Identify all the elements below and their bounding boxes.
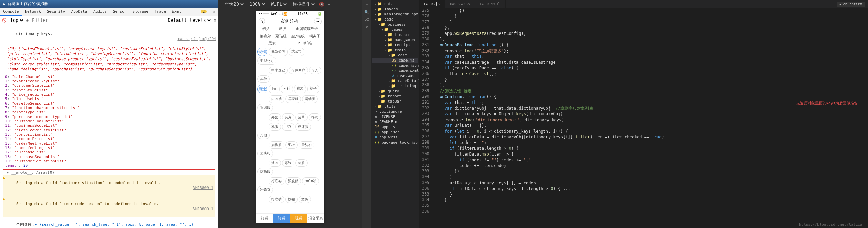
scope-select[interactable]: top <box>9 17 24 23</box>
tree-item-report[interactable]: 📁 report <box>372 94 418 99</box>
tree-item-case.wxml[interactable]: <> case.wxml <box>372 68 418 73</box>
code-line[interactable]: that.getCaseList(); <box>435 71 664 77</box>
category-item[interactable]: 铜离子 <box>309 33 321 39</box>
tree-item-case.wxss[interactable]: # case.wxss <box>372 73 418 78</box>
warn-badge[interactable]: 2 <box>197 8 210 16</box>
tree-item-case[interactable]: 📁 case <box>372 53 418 58</box>
category-item[interactable]: PTT纤维 <box>298 41 312 46</box>
filter-pill[interactable]: 文胸 <box>299 196 311 203</box>
tree-item-query[interactable]: 📁 query <box>372 89 418 94</box>
filter-pill[interactable]: T恤 <box>269 85 280 93</box>
tree-item-case.js[interactable]: JS case.js <box>372 58 418 63</box>
code-line[interactable]: }, <box>435 37 664 42</box>
filter-pill[interactable]: 夹克 <box>282 113 294 121</box>
category-item[interactable]: 棉类 <box>262 26 270 31</box>
code-line[interactable]: for (let i = 0; i < dictionary_keys.leng… <box>435 129 664 134</box>
code-line[interactable]: console.log("下拉加载更多"); <box>435 48 664 54</box>
tab-appdata[interactable]: AppData <box>68 8 90 16</box>
code-line[interactable]: }, <box>435 25 664 31</box>
filter-pill[interactable]: 其他 <box>257 75 270 83</box>
code-line[interactable]: if (filterData.length > 0) { <box>435 146 664 151</box>
tree-item-finance[interactable]: 📁 finance <box>372 32 418 37</box>
code-line[interactable]: } <box>435 14 664 19</box>
tree-item-case.json[interactable]: {} case.json <box>372 63 418 68</box>
source-link[interactable]: VM13809:1 <box>193 207 213 212</box>
tree-item-business[interactable]: 📁 business <box>372 22 418 27</box>
filter-pill[interactable]: polo衫 <box>302 177 319 185</box>
tree-item-managament[interactable]: 📁 managament <box>372 37 418 42</box>
code-line[interactable]: if (caseIsLastPage == false) { <box>435 65 664 71</box>
log-line-params[interactable]: 合同参数：▸ {search_value: "", search_type: "… <box>3 217 215 228</box>
filter-pill[interactable]: 个体商户 <box>289 67 308 74</box>
tree-item-train[interactable]: 📁 train <box>372 48 418 53</box>
filter-input[interactable] <box>31 17 165 24</box>
code-view[interactable]: 2752762772782792802812822832842852862872… <box>419 8 868 228</box>
clear-icon[interactable]: 🚫 <box>2 18 7 23</box>
code-line[interactable]: if (urlData[dictionary_keys[i]].length >… <box>435 186 664 192</box>
category-item[interactable]: 金/银线 <box>291 33 305 39</box>
code-line[interactable]: onReachBottom: function () { <box>435 42 664 48</box>
console-output[interactable]: dictionary_keys: case.js? [sm]:294 (20) … <box>0 25 218 228</box>
filter-pill[interactable]: 防晒服 <box>257 168 273 175</box>
tree-item-app.js[interactable]: JS app.js <box>372 124 418 130</box>
code-line[interactable]: } <box>435 192 664 198</box>
bottom-tab[interactable]: 现货 <box>290 214 307 223</box>
code-line[interactable]: urlData[dictionary_keys[i]] = codes <box>435 180 664 186</box>
breadcrumb[interactable]: ▸ onConfirm <box>837 2 865 7</box>
code-line[interactable]: } <box>435 19 664 25</box>
proto-line[interactable]: ▸ __proto__: Array(0) <box>3 170 215 175</box>
tree-item-tabBar[interactable]: 📁 tabBar <box>372 99 418 104</box>
tab-sensor[interactable]: Sensor <box>110 8 130 16</box>
tab-wxml[interactable]: Wxml <box>169 8 184 16</box>
filter-pill[interactable]: 雪纺衫 <box>299 141 314 149</box>
category-item[interactable]: 粘胶 <box>279 26 286 31</box>
code-line[interactable]: var urlData = {}; <box>435 123 664 129</box>
code-line[interactable]: var that = this; <box>435 54 664 59</box>
tree-item-data[interactable]: 📁 data <box>372 1 418 6</box>
code-line[interactable]: console.log("dictionary_keys:", dictiona… <box>435 117 664 123</box>
filter-pill[interactable]: 裙子 <box>307 85 319 93</box>
sync-icon[interactable]: ↻ <box>366 24 368 29</box>
tab-trace[interactable]: Trace <box>152 8 169 16</box>
tree-item-receipt[interactable]: 📁 receipt <box>372 42 418 48</box>
tree-item-page[interactable]: 📁 page <box>372 17 418 22</box>
filter-pill[interactable]: 棉服 <box>295 159 308 167</box>
mute-icon[interactable]: 🔇 <box>319 2 324 7</box>
filter-pill[interactable]: 冲锋衣 <box>257 186 273 193</box>
tree-item-package-lock.json[interactable]: {} package-lock.json <box>372 140 418 145</box>
code-line[interactable]: let codes = ""; <box>435 140 664 146</box>
tree-item-miniprogram_npm[interactable]: 📁 miniprogram_npm <box>372 12 418 17</box>
filter-pill[interactable]: 打底裤 <box>269 196 284 203</box>
code-line[interactable]: filterData.map(item => { <box>435 151 664 157</box>
branch-icon[interactable]: ⎇ <box>365 17 369 22</box>
back-icon[interactable]: ⌂ <box>259 18 265 24</box>
filter-pill[interactable]: 卫衣 <box>282 123 294 131</box>
code-line[interactable]: var that = this; <box>435 100 664 106</box>
filter-pill[interactable]: 外套 <box>269 113 281 121</box>
code-line[interactable] <box>435 209 664 215</box>
code-line[interactable]: } <box>435 174 664 180</box>
code-line[interactable]: app.wxRequestData(requestConfig); <box>435 31 664 37</box>
tab-console[interactable]: Console <box>0 8 22 16</box>
search-icon[interactable]: 🔍 <box>364 10 369 14</box>
zoom-select[interactable]: 100% <box>248 1 266 7</box>
menu-icon[interactable]: ⋯ <box>314 18 322 24</box>
tree-item-LICENSE[interactable]: ▫ LICENSE <box>372 114 418 119</box>
filter-pill[interactable]: 旗袍服 <box>269 141 284 149</box>
file-explorer[interactable]: 📁 data📁 images📁 miniprogram_npm📁 page📁 b… <box>371 0 419 228</box>
filter-pill[interactable]: 毛衣 <box>285 141 298 149</box>
filter-pill[interactable]: 个人 <box>309 67 321 74</box>
tree-item-README.md[interactable]: ▫ README.md <box>372 119 418 124</box>
category-item[interactable]: 金属镀膜纤维 <box>296 26 318 31</box>
code-line[interactable]: }, <box>435 82 664 88</box>
code-line[interactable] <box>435 203 664 209</box>
settings-icon[interactable]: ⚙ <box>210 8 218 16</box>
code-line[interactable]: var caseIsLastPage = that.data.caseIsLas… <box>435 59 664 65</box>
code-line[interactable]: }) <box>435 8 664 14</box>
device-select[interactable]: 华为20 <box>223 1 245 7</box>
tab-audits[interactable]: Audits <box>90 8 110 16</box>
filter-pill[interactable]: 巨型公司 <box>269 48 288 56</box>
code-line[interactable]: var filterData = dictionaryObj[dictionar… <box>435 134 664 140</box>
tree-item-caseDetail[interactable]: 📁 caseDetail <box>372 78 418 83</box>
editor-tab[interactable]: case.js <box>419 0 445 8</box>
